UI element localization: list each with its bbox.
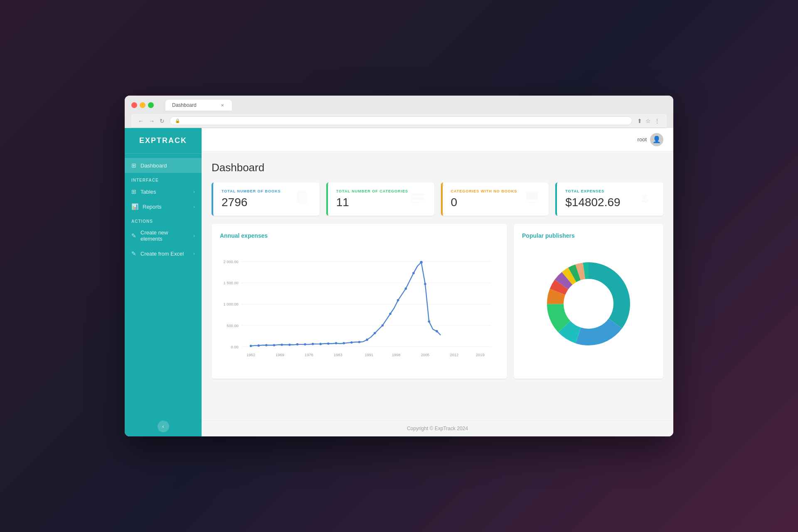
bookmark-icon[interactable]: ☆ <box>645 118 651 124</box>
svg-rect-5 <box>526 192 538 200</box>
browser-controls: Dashboard ✕ <box>131 100 667 111</box>
svg-text:500.00: 500.00 <box>227 324 238 328</box>
forward-button[interactable]: → <box>149 118 155 124</box>
browser-chrome: Dashboard ✕ ← → ↻ 🔒 ⬆ ☆ ⋮ <box>125 96 673 128</box>
svg-rect-3 <box>411 197 424 200</box>
donut-chart <box>541 256 636 352</box>
svg-text:1983: 1983 <box>334 353 342 357</box>
svg-point-27 <box>250 345 252 347</box>
svg-point-64 <box>564 280 613 328</box>
create-new-arrow-icon: › <box>193 233 195 238</box>
line-chart-container: 2 000.00 1 500.00 1 000.00 500.00 0.00 1… <box>220 246 499 370</box>
svg-point-48 <box>412 272 415 274</box>
browser-tab[interactable]: Dashboard ✕ <box>165 100 232 111</box>
sidebar: EXPTRACK ⊞ Dashboard INTERFACE ⊞ Tables … <box>125 128 202 436</box>
svg-point-36 <box>320 343 322 345</box>
lock-icon: 🔒 <box>175 118 180 123</box>
url-bar[interactable]: 🔒 <box>170 116 632 125</box>
svg-text:2012: 2012 <box>450 353 458 357</box>
popular-publishers-card: Popular publishers <box>514 224 663 379</box>
svg-point-35 <box>312 343 314 345</box>
charts-row: Annual expenses 2 000.00 <box>212 224 663 379</box>
share-icon[interactable]: ⬆ <box>637 118 642 124</box>
sidebar-collapse-button[interactable]: ‹ <box>158 421 169 432</box>
close-button[interactable] <box>131 102 137 108</box>
svg-rect-6 <box>528 202 536 203</box>
stat-card-books-label: TOTAL NUMBER OF BOOKS <box>222 189 281 193</box>
create-new-label: Create new elements <box>140 229 189 242</box>
sidebar-item-reports[interactable]: 📊 Reports › <box>125 199 202 214</box>
line-chart: 2 000.00 1 500.00 1 000.00 500.00 0.00 1… <box>220 246 499 370</box>
menu-icon[interactable]: ⋮ <box>654 118 660 124</box>
stat-card-categories-info: TOTAL NUMBER OF CATEGORIES 11 <box>336 189 408 209</box>
tables-arrow-icon: › <box>193 189 195 194</box>
sidebar-section-actions: ACTIONS <box>125 214 202 225</box>
tab-bar: Dashboard ✕ <box>165 100 232 111</box>
sidebar-item-create-new[interactable]: ✎ Create new elements › <box>125 225 202 246</box>
svg-point-51 <box>428 320 430 323</box>
reports-icon: 📊 <box>131 203 138 210</box>
stat-card-expenses-value: $14802.69 <box>565 196 620 209</box>
tables-label: Tables <box>140 189 189 195</box>
svg-text:1 500.00: 1 500.00 <box>224 281 239 285</box>
stat-card-expenses-info: TOTAL EXPENSES $14802.69 <box>565 189 620 209</box>
svg-point-42 <box>366 339 368 341</box>
svg-point-40 <box>350 341 353 344</box>
stat-card-categories-label: TOTAL NUMBER OF CATEGORIES <box>336 189 408 193</box>
svg-text:2 000.00: 2 000.00 <box>224 260 239 264</box>
svg-text:1991: 1991 <box>365 353 373 357</box>
svg-text:$: $ <box>642 192 648 205</box>
stat-card-expenses-label: TOTAL EXPENSES <box>565 189 620 193</box>
app-container: EXPTRACK ⊞ Dashboard INTERFACE ⊞ Tables … <box>125 128 673 436</box>
stat-card-empty: CATEGORIES WITH NO BOOKS 0 <box>441 182 549 216</box>
svg-point-49 <box>420 261 423 264</box>
svg-rect-4 <box>411 202 419 203</box>
sidebar-nav: ⊞ Dashboard INTERFACE ⊞ Tables › 📊 Repor… <box>125 154 202 416</box>
annual-expenses-card: Annual expenses 2 000.00 <box>212 224 507 379</box>
page-body: Dashboard TOTAL NUMBER OF BOOKS 2796 <box>202 151 673 420</box>
minimize-button[interactable] <box>140 102 145 108</box>
stat-card-empty-label: CATEGORIES WITH NO BOOKS <box>451 189 517 193</box>
main-content: root 👤 Dashboard TOTAL NUMBER OF BOOKS 2… <box>202 128 673 436</box>
svg-point-33 <box>296 343 299 346</box>
books-icon <box>295 189 311 209</box>
create-excel-arrow-icon: › <box>193 251 195 256</box>
svg-text:2005: 2005 <box>421 353 430 357</box>
tab-close-button[interactable]: ✕ <box>219 102 225 108</box>
stat-card-books-value: 2796 <box>222 196 281 209</box>
stat-card-empty-value: 0 <box>451 196 517 209</box>
reports-arrow-icon: › <box>193 204 195 209</box>
svg-text:1962: 1962 <box>246 353 255 357</box>
stat-cards: TOTAL NUMBER OF BOOKS 2796 TOTAL N <box>212 182 663 216</box>
refresh-button[interactable]: ↻ <box>160 118 165 124</box>
svg-text:0.00: 0.00 <box>231 345 239 349</box>
svg-text:1 000.00: 1 000.00 <box>224 302 239 306</box>
svg-point-47 <box>405 288 407 290</box>
svg-point-43 <box>374 332 376 335</box>
sidebar-item-dashboard[interactable]: ⊞ Dashboard <box>125 158 202 173</box>
stat-card-categories: TOTAL NUMBER OF CATEGORIES 11 <box>326 182 434 216</box>
user-info: root 👤 <box>638 133 663 146</box>
sidebar-logo: EXPTRACK <box>125 128 202 154</box>
popular-publishers-title: Popular publishers <box>522 232 655 239</box>
browser-window: Dashboard ✕ ← → ↻ 🔒 ⬆ ☆ ⋮ EXPTRACK <box>125 96 673 436</box>
svg-point-38 <box>335 342 337 345</box>
create-excel-icon: ✎ <box>131 250 136 257</box>
sidebar-section-interface: INTERFACE <box>125 173 202 184</box>
stat-card-books-info: TOTAL NUMBER OF BOOKS 2796 <box>222 189 281 209</box>
stat-card-empty-info: CATEGORIES WITH NO BOOKS 0 <box>451 189 517 209</box>
categories-icon <box>409 189 426 209</box>
svg-rect-2 <box>411 193 424 196</box>
expenses-icon: $ <box>638 189 655 209</box>
back-button[interactable]: ← <box>138 118 144 124</box>
sidebar-item-tables[interactable]: ⊞ Tables › <box>125 184 202 199</box>
sidebar-item-create-excel[interactable]: ✎ Create from Excel › <box>125 246 202 261</box>
annual-expenses-title: Annual expenses <box>220 232 499 239</box>
maximize-button[interactable] <box>148 102 154 108</box>
create-excel-label: Create from Excel <box>140 251 189 257</box>
svg-point-52 <box>436 330 438 332</box>
svg-point-45 <box>389 313 392 315</box>
svg-point-50 <box>424 283 426 285</box>
svg-point-37 <box>327 342 330 345</box>
sidebar-dashboard-label: Dashboard <box>140 163 195 169</box>
